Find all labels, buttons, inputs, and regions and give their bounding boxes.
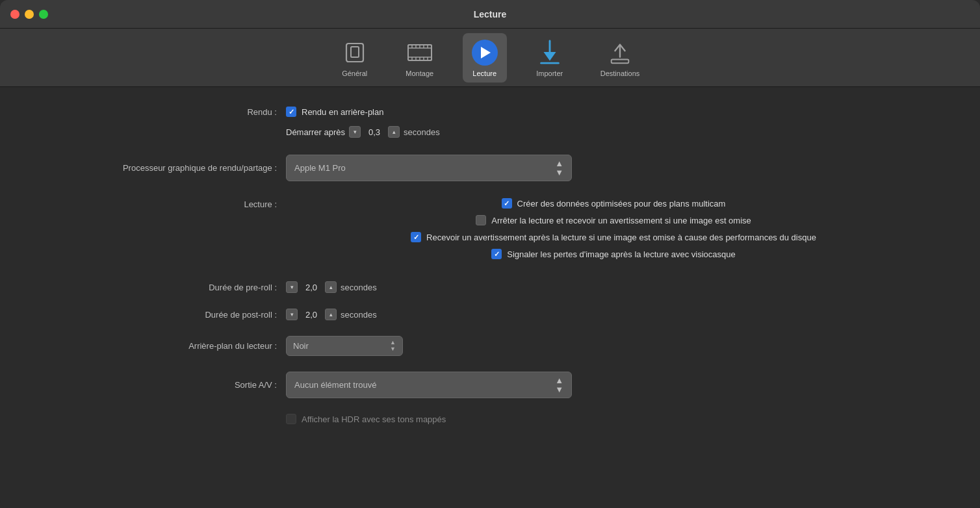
destinations-icon-svg xyxy=(608,40,632,66)
arriere-plan-control: Noir ▲ ▼ xyxy=(286,336,941,356)
svg-marker-16 xyxy=(543,52,556,60)
demarrer-text: Démarrer après xyxy=(286,127,345,137)
postroll-label: Durée de post-roll : xyxy=(39,310,286,320)
preroll-value: 2,0 xyxy=(302,283,321,292)
multicam-text: Créer des données optimisées pour des pl… xyxy=(517,199,726,209)
processeur-control: Apple M1 Pro ▲ ▼ xyxy=(286,155,941,181)
arriere-plan-row: Arrière-plan du lecteur : Noir ▲ ▼ xyxy=(39,336,941,356)
rendu-row: Rendu : Rendu en arrière-plan xyxy=(39,107,941,117)
preroll-label: Durée de pre-roll : xyxy=(39,283,286,292)
tab-montage[interactable]: Montage xyxy=(398,33,442,83)
afficher-hdr-row: Afficher la HDR avec ses tons mappés xyxy=(39,414,941,424)
rendu-checkbox[interactable] xyxy=(286,107,296,117)
processeur-value: Apple M1 Pro xyxy=(294,163,346,173)
arriere-plan-dropdown[interactable]: Noir ▲ ▼ xyxy=(286,336,403,356)
window-controls xyxy=(10,10,48,19)
destinations-label: Destinations xyxy=(600,70,640,77)
demarrer-up-btn[interactable]: ▴ xyxy=(388,126,400,138)
arriere-plan-label: Arrière-plan du lecteur : xyxy=(39,341,286,351)
play-circle-icon xyxy=(472,40,498,66)
postroll-control: ▾ 2,0 ▴ secondes xyxy=(286,309,941,320)
arriere-plan-chevron-icon: ▲ ▼ xyxy=(390,340,396,352)
preroll-control: ▾ 2,0 ▴ secondes xyxy=(286,281,941,293)
importer-icon-svg xyxy=(538,40,561,66)
lecture-icon xyxy=(471,38,499,67)
titlebar: Lecture xyxy=(0,0,980,29)
arriere-plan-value: Noir xyxy=(293,341,309,351)
processeur-chevron-icon: ▲ ▼ xyxy=(555,159,563,177)
lecture-options: Créer des données optimisées pour des pl… xyxy=(286,198,941,266)
lecture-row: Lecture : Créer des données optimisées p… xyxy=(39,198,941,266)
svg-rect-1 xyxy=(351,47,359,57)
demarrer-unit: secondes xyxy=(404,127,440,137)
content-area: Rendu : Rendu en arrière-plan Démarrer a… xyxy=(0,87,980,508)
recevoir-checkbox[interactable] xyxy=(411,232,421,242)
sortie-av-value: Aucun élément trouvé xyxy=(294,380,376,390)
afficher-hdr-checkbox xyxy=(286,414,296,424)
lecture-option-signaler: Signaler les pertes d'image après la lec… xyxy=(491,249,736,259)
recevoir-text: Recevoir un avertissement après la lectu… xyxy=(426,233,816,242)
arret-text: Arrêter la lecture et recevoir un averti… xyxy=(491,216,751,225)
postroll-up-btn[interactable]: ▴ xyxy=(325,309,337,320)
lecture-option-recevoir: Recevoir un avertissement après la lectu… xyxy=(411,232,816,242)
lecture-option-arret: Arrêter la lecture et recevoir un averti… xyxy=(476,215,751,225)
lecture-option-multicam: Créer des données optimisées pour des pl… xyxy=(502,198,726,209)
processeur-row: Processeur graphique de rendu/partage : … xyxy=(39,155,941,181)
close-button[interactable] xyxy=(10,10,19,19)
signaler-text: Signaler les pertes d'image après la lec… xyxy=(507,249,736,259)
sortie-av-control: Aucun élément trouvé ▲ ▼ xyxy=(286,372,941,398)
montage-label: Montage xyxy=(406,70,433,77)
main-window: Lecture Général xyxy=(0,0,980,508)
multicam-checkbox[interactable] xyxy=(502,198,512,209)
afficher-hdr-text: Afficher la HDR avec ses tons mappés xyxy=(302,414,446,424)
rendu-control: Rendu en arrière-plan xyxy=(286,107,941,117)
postroll-stepper: ▾ 2,0 ▴ secondes xyxy=(286,309,377,320)
preroll-stepper: ▾ 2,0 ▴ secondes xyxy=(286,281,377,293)
demarrer-stepper: Démarrer après ▾ 0,3 ▴ secondes xyxy=(286,126,440,138)
preroll-down-btn[interactable]: ▾ xyxy=(286,281,298,293)
demarrer-row: Démarrer après ▾ 0,3 ▴ secondes xyxy=(39,126,941,138)
rendu-label: Rendu : xyxy=(39,107,286,117)
afficher-hdr-control: Afficher la HDR avec ses tons mappés xyxy=(286,414,941,424)
signaler-checkbox[interactable] xyxy=(491,249,502,259)
tab-importer[interactable]: Importer xyxy=(528,33,572,83)
postroll-value: 2,0 xyxy=(302,310,321,320)
postroll-down-btn[interactable]: ▾ xyxy=(286,309,298,320)
minimize-button[interactable] xyxy=(25,10,34,19)
montage-icon-svg xyxy=(407,42,433,63)
postroll-row: Durée de post-roll : ▾ 2,0 ▴ secondes xyxy=(39,309,941,320)
tab-lecture[interactable]: Lecture xyxy=(463,33,507,83)
preroll-unit: secondes xyxy=(341,283,377,292)
sortie-av-chevron-icon: ▲ ▼ xyxy=(555,376,563,394)
arret-checkbox[interactable] xyxy=(476,215,486,225)
processeur-dropdown[interactable]: Apple M1 Pro ▲ ▼ xyxy=(286,155,572,181)
window-title: Lecture xyxy=(474,9,507,19)
svg-rect-18 xyxy=(612,59,629,63)
demarrer-down-btn[interactable]: ▾ xyxy=(349,126,361,138)
lecture-label: Lecture xyxy=(472,70,496,77)
general-label: Général xyxy=(342,70,367,77)
sortie-av-row: Sortie A/V : Aucun élément trouvé ▲ ▼ xyxy=(39,372,941,398)
montage-icon xyxy=(406,38,434,67)
sortie-av-dropdown[interactable]: Aucun élément trouvé ▲ ▼ xyxy=(286,372,572,398)
general-icon-svg xyxy=(343,41,367,64)
preroll-up-btn[interactable]: ▴ xyxy=(325,281,337,293)
importer-icon xyxy=(535,38,564,67)
lecture-label-field: Lecture : xyxy=(39,198,286,209)
general-icon xyxy=(341,38,369,67)
tab-destinations[interactable]: Destinations xyxy=(593,33,648,83)
toolbar: Général xyxy=(0,29,980,87)
postroll-unit: secondes xyxy=(341,310,377,320)
destinations-icon xyxy=(606,38,634,67)
rendu-text: Rendu en arrière-plan xyxy=(302,107,383,117)
sortie-av-label: Sortie A/V : xyxy=(39,380,286,390)
maximize-button[interactable] xyxy=(39,10,48,19)
preroll-row: Durée de pre-roll : ▾ 2,0 ▴ secondes xyxy=(39,281,941,293)
demarrer-control: Démarrer après ▾ 0,3 ▴ secondes xyxy=(286,126,941,138)
demarrer-value: 0,3 xyxy=(365,127,384,137)
importer-label: Importer xyxy=(536,70,563,77)
processeur-label: Processeur graphique de rendu/partage : xyxy=(39,163,286,173)
tab-general[interactable]: Général xyxy=(333,33,377,83)
